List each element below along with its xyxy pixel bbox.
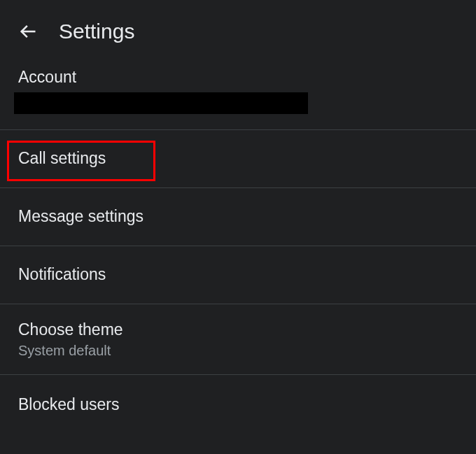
settings-item-call-settings[interactable]: Call settings: [0, 130, 476, 188]
settings-item-message-settings[interactable]: Message settings: [0, 188, 476, 246]
message-settings-label: Message settings: [18, 206, 458, 227]
blocked-users-label: Blocked users: [18, 395, 458, 416]
notifications-label: Notifications: [18, 264, 458, 285]
settings-item-notifications[interactable]: Notifications: [0, 246, 476, 304]
call-settings-label: Call settings: [18, 148, 458, 169]
settings-item-choose-theme[interactable]: Choose theme System default: [0, 304, 476, 376]
theme-subtitle: System default: [18, 343, 458, 359]
account-value-redacted: [14, 92, 308, 114]
page-title: Settings: [59, 20, 134, 43]
account-label: Account: [18, 67, 458, 88]
settings-item-account[interactable]: Account: [0, 60, 476, 130]
back-arrow-icon: [18, 22, 38, 41]
settings-list: Account Call settings Message settings N…: [0, 60, 476, 431]
settings-header: Settings: [0, 0, 476, 60]
settings-item-blocked-users[interactable]: Blocked users: [0, 375, 476, 431]
back-button[interactable]: [18, 22, 38, 41]
theme-label: Choose theme: [18, 320, 458, 341]
